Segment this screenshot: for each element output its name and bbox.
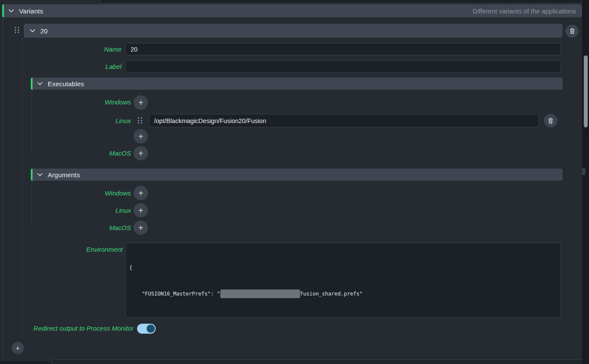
env-line: "FUSION16_MasterPrefs": "fusion_shared.p… [129, 289, 557, 298]
add-windows-argument-button[interactable]: + [134, 186, 148, 200]
env-line: } [129, 315, 557, 318]
indent-guide [3, 17, 3, 357]
section-title: Variants [19, 7, 43, 15]
add-windows-executable-button[interactable]: + [134, 95, 148, 110]
plus-icon: + [138, 224, 144, 232]
linux-executable-input[interactable] [149, 114, 539, 127]
next-field-input[interactable] [51, 359, 582, 364]
add-linux-argument-button[interactable]: + [134, 203, 148, 218]
chevron-down-icon[interactable] [37, 82, 43, 85]
plus-icon: + [16, 344, 20, 352]
previous-field-input[interactable] [100, 0, 582, 3]
plus-icon: + [138, 189, 144, 198]
chevron-down-icon[interactable] [37, 173, 43, 176]
add-macos-argument-button[interactable]: + [134, 221, 148, 235]
executables-windows-label: Windows [31, 95, 131, 109]
label-input[interactable] [125, 60, 561, 73]
delete-linux-executable-button[interactable] [544, 114, 557, 127]
arguments-macos-label: MacOS [31, 221, 131, 235]
plus-icon: + [138, 98, 144, 107]
toggle-knob [147, 325, 155, 333]
variant-header[interactable]: 20 [24, 24, 563, 38]
chevron-down-icon[interactable] [30, 29, 35, 32]
executables-linux-label: Linux [31, 114, 131, 127]
delete-variant-button[interactable] [566, 25, 579, 38]
arguments-section-header[interactable]: Arguments [31, 169, 563, 181]
variants-section-header[interactable]: Variants Different variants of the appli… [2, 4, 582, 17]
chevron-down-icon[interactable] [9, 9, 14, 13]
trash-icon [547, 117, 554, 124]
arguments-windows-label: Windows [31, 186, 131, 200]
name-input[interactable] [125, 43, 561, 55]
name-field-label: Name [31, 43, 121, 55]
scrollbar-thumb[interactable] [584, 55, 588, 127]
drag-handle-icon[interactable] [138, 117, 142, 124]
arguments-linux-label: Linux [31, 203, 131, 218]
environment-label: Environment [31, 245, 123, 254]
scrollbar-marker [582, 168, 586, 175]
add-macos-executable-button[interactable]: + [134, 146, 148, 160]
section-help-text: Different variants of the applications [473, 7, 576, 15]
redirect-toggle[interactable] [137, 324, 156, 334]
variant-title: 20 [40, 27, 48, 35]
section-title: Executables [48, 80, 84, 88]
drag-handle-icon[interactable] [15, 27, 19, 33]
application-variants-settings: Variants Different variants of the appli… [0, 0, 589, 364]
plus-icon: + [138, 132, 144, 141]
env-line: { [129, 263, 557, 272]
executables-macos-label: MacOS [31, 146, 131, 160]
indent-guide [22, 38, 23, 338]
add-linux-executable-button[interactable]: + [134, 129, 148, 143]
section-title: Arguments [48, 171, 80, 179]
plus-icon: + [138, 149, 144, 158]
plus-icon: + [138, 206, 144, 215]
redacted-value [220, 289, 300, 298]
trash-icon [569, 28, 576, 35]
resize-grip-icon[interactable] [556, 312, 560, 316]
redirect-toggle-label: Redirect output to Process Monitor [31, 323, 134, 334]
environment-textarea[interactable]: { "FUSION16_MasterPrefs": "fusion_shared… [125, 243, 561, 318]
add-variant-button[interactable]: + [12, 342, 24, 354]
scrollbar-track[interactable] [582, 0, 589, 364]
label-field-label: Label [31, 60, 121, 73]
executables-section-header[interactable]: Executables [31, 78, 563, 90]
